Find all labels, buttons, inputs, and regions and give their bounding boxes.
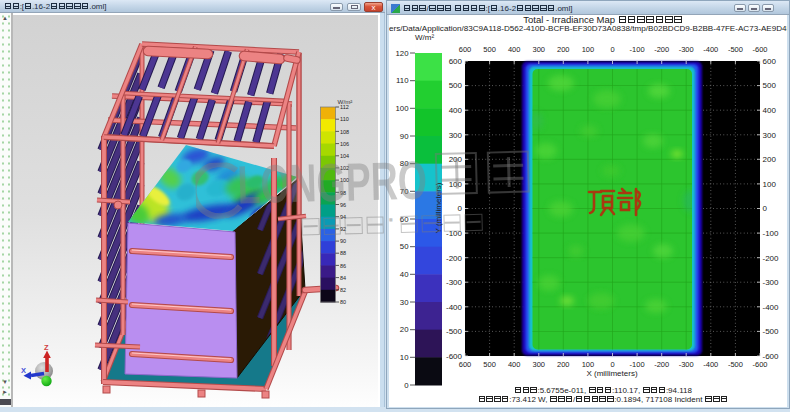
- svg-text:-200: -200: [654, 360, 669, 369]
- svg-text:500: 500: [449, 81, 463, 90]
- svg-text:-500: -500: [728, 360, 743, 369]
- svg-text:-400: -400: [703, 360, 718, 369]
- svg-text:-500: -500: [446, 327, 463, 336]
- svg-text:96: 96: [340, 202, 346, 208]
- svg-text:-400: -400: [763, 303, 780, 312]
- svg-text:86: 86: [340, 263, 346, 269]
- svg-text:200: 200: [557, 360, 570, 369]
- svg-text:400: 400: [449, 106, 463, 115]
- svg-text:W/m²: W/m²: [415, 33, 434, 42]
- svg-text:400: 400: [763, 106, 777, 115]
- svg-text:102: 102: [340, 165, 349, 171]
- svg-text:200: 200: [449, 155, 463, 164]
- svg-text:-100: -100: [630, 360, 645, 369]
- svg-text:92: 92: [340, 226, 346, 232]
- svg-text:-600: -600: [752, 45, 767, 54]
- svg-text:104: 104: [340, 153, 349, 159]
- svg-text:400: 400: [508, 45, 521, 54]
- svg-text:500: 500: [483, 360, 496, 369]
- svg-text:200: 200: [763, 155, 777, 164]
- svg-text:500: 500: [763, 81, 777, 90]
- svg-text:400: 400: [508, 360, 521, 369]
- svg-text:0: 0: [458, 204, 463, 213]
- svg-text:600: 600: [763, 57, 777, 66]
- svg-text:120: 120: [395, 49, 409, 58]
- svg-text:20: 20: [400, 325, 409, 334]
- svg-text:90: 90: [340, 238, 346, 244]
- svg-text:106: 106: [340, 141, 349, 147]
- svg-text:60: 60: [400, 215, 409, 224]
- svg-text:98: 98: [340, 190, 346, 196]
- svg-text:108: 108: [340, 129, 349, 135]
- svg-text:-100: -100: [630, 45, 645, 54]
- svg-text:300: 300: [533, 45, 546, 54]
- svg-text:0: 0: [610, 45, 614, 54]
- svg-text:-300: -300: [763, 278, 780, 287]
- svg-text:0: 0: [610, 360, 614, 369]
- svg-text:100: 100: [340, 177, 349, 183]
- svg-text:-600: -600: [446, 352, 463, 361]
- svg-text:100: 100: [449, 180, 463, 189]
- svg-text:-500: -500: [763, 327, 780, 336]
- svg-text:300: 300: [533, 360, 546, 369]
- svg-text:82: 82: [340, 287, 346, 293]
- svg-text:-200: -200: [763, 254, 780, 263]
- svg-text:10: 10: [400, 353, 409, 362]
- svg-text:Z: Z: [44, 343, 49, 352]
- svg-text:-600: -600: [752, 360, 767, 369]
- svg-text:70: 70: [400, 187, 409, 196]
- svg-text:X (millimeters): X (millimeters): [586, 369, 637, 378]
- svg-text:500: 500: [483, 45, 496, 54]
- svg-text:100: 100: [395, 104, 409, 113]
- svg-text:100: 100: [582, 360, 595, 369]
- svg-text:110: 110: [340, 116, 349, 122]
- svg-text:40: 40: [400, 270, 409, 279]
- svg-text:94: 94: [340, 214, 346, 220]
- svg-text:-600: -600: [763, 352, 780, 361]
- svg-text:-200: -200: [446, 254, 463, 263]
- svg-text:80: 80: [340, 299, 346, 305]
- svg-text:-300: -300: [679, 45, 694, 54]
- svg-text:-200: -200: [654, 45, 669, 54]
- svg-text:200: 200: [557, 45, 570, 54]
- svg-text:600: 600: [459, 360, 472, 369]
- svg-text:-500: -500: [728, 45, 743, 54]
- svg-text:-300: -300: [679, 360, 694, 369]
- svg-text:300: 300: [449, 131, 463, 140]
- svg-text:600: 600: [459, 45, 472, 54]
- svg-text:300: 300: [763, 131, 777, 140]
- svg-text:30: 30: [400, 298, 409, 307]
- svg-text:110: 110: [396, 76, 409, 85]
- svg-text:600: 600: [449, 57, 463, 66]
- svg-text:X: X: [21, 366, 26, 375]
- svg-text:0: 0: [763, 204, 768, 213]
- svg-text:50: 50: [400, 242, 409, 251]
- svg-text:Y (millimeters): Y (millimeters): [434, 182, 443, 233]
- svg-text:84: 84: [340, 275, 346, 281]
- svg-text:80: 80: [400, 159, 409, 168]
- svg-text:-400: -400: [703, 45, 718, 54]
- svg-text:100: 100: [582, 45, 595, 54]
- svg-text:100: 100: [763, 180, 777, 189]
- svg-text:-400: -400: [446, 303, 463, 312]
- svg-text:-100: -100: [763, 229, 780, 238]
- svg-text:112: 112: [340, 104, 349, 110]
- svg-text:88: 88: [340, 250, 346, 256]
- svg-text:-300: -300: [446, 278, 463, 287]
- svg-text:-100: -100: [446, 229, 463, 238]
- svg-text:90: 90: [400, 132, 409, 141]
